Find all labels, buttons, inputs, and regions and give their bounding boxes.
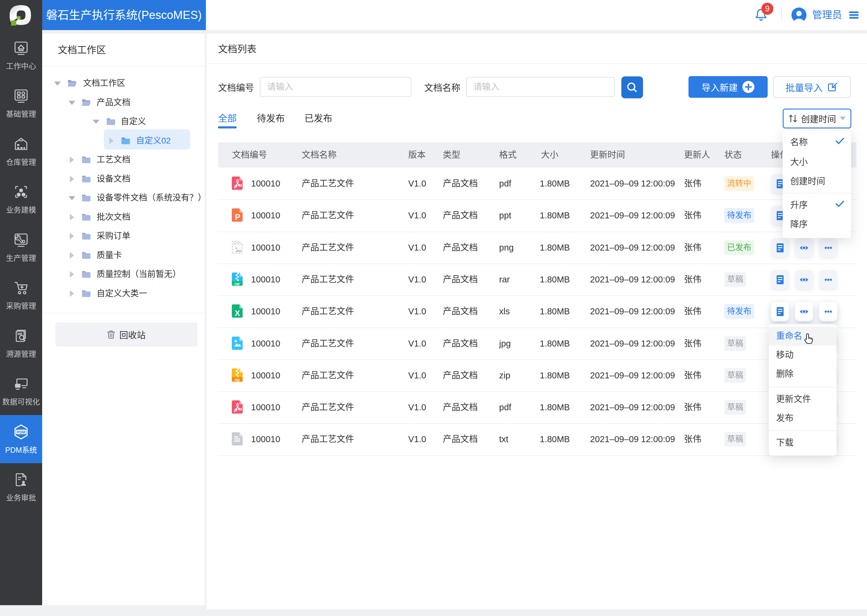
svg-text:X: X [235,309,240,317]
svg-text:zip: zip [235,377,240,382]
svg-text:PDM: PDM [17,430,25,434]
svg-text:P: P [235,213,240,222]
svg-text:rar: rar [235,281,240,286]
